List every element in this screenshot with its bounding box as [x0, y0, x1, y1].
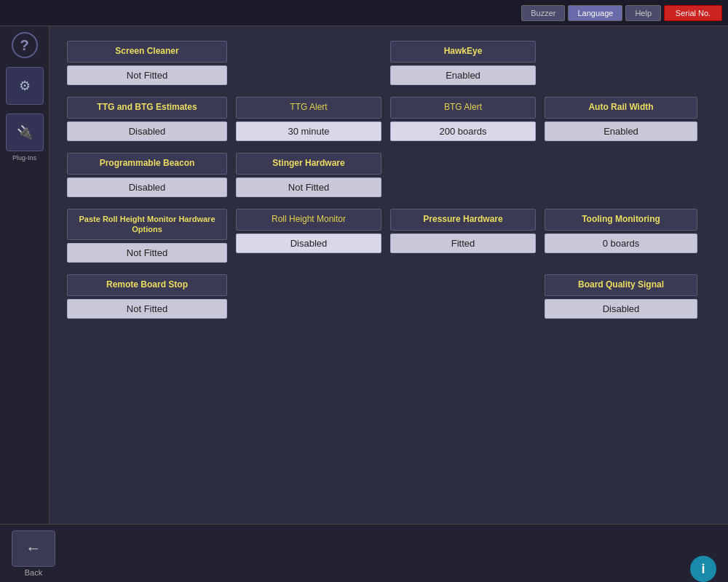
- info-symbol: i: [701, 562, 705, 577]
- ttg-alert-label: TTG Alert: [236, 97, 381, 119]
- options-grid: Screen Cleaner Not Fitted HawkEye Enable…: [67, 41, 711, 319]
- widget-board-quality-signal[interactable]: Board Quality Signal Disabled: [545, 274, 697, 319]
- auto-rail-width-value: Enabled: [545, 121, 697, 141]
- board-quality-signal-label: Board Quality Signal: [545, 274, 697, 296]
- plugins-icon[interactable]: 🔌: [6, 113, 44, 151]
- auto-rail-width-label: Auto Rail Width: [545, 97, 697, 119]
- pressure-hardware-label: Pressure Hardware: [390, 209, 536, 231]
- help-button[interactable]: Help: [625, 5, 661, 21]
- pressure-hardware-value: Fitted: [390, 234, 536, 253]
- widget-hawkeye[interactable]: HawkEye Enabled: [390, 41, 536, 85]
- widget-tooling-monitoring[interactable]: Tooling Monitoring 0 boards: [545, 209, 697, 263]
- paste-roll-value: Not Fitted: [67, 243, 227, 263]
- top-bar: Buzzer Language Help Serial No.: [0, 0, 728, 26]
- stinger-hardware-value: Not Fitted: [236, 178, 381, 197]
- question-icon[interactable]: ?: [12, 32, 38, 58]
- widget-screen-cleaner[interactable]: Screen Cleaner Not Fitted: [67, 41, 227, 85]
- roll-height-monitor-value: Disabled: [236, 234, 381, 253]
- hawkeye-label: HawkEye: [390, 41, 536, 63]
- hawkeye-value: Enabled: [390, 65, 536, 85]
- widget-auto-rail-width[interactable]: Auto Rail Width Enabled: [545, 97, 697, 141]
- screen-cleaner-value: Not Fitted: [67, 65, 227, 85]
- back-section: ← Back: [12, 530, 55, 577]
- tooling-monitoring-value: 0 boards: [545, 234, 697, 253]
- content-area: Screen Cleaner Not Fitted HawkEye Enable…: [50, 26, 728, 524]
- screen: Buzzer Language Help Serial No. ? ⚙ 🔌 Pl…: [0, 0, 728, 582]
- back-label: Back: [25, 568, 42, 577]
- roll-height-monitor-label: Roll Height Monitor: [236, 209, 381, 231]
- stinger-hardware-label: Stinger Hardware: [236, 153, 381, 175]
- settings-icon[interactable]: ⚙: [6, 67, 44, 105]
- widget-programmable-beacon[interactable]: Programmable Beacon Disabled: [67, 153, 227, 197]
- board-quality-signal-value: Disabled: [545, 299, 697, 319]
- ttg-btg-value: Disabled: [67, 121, 227, 141]
- programmable-beacon-value: Disabled: [67, 178, 227, 197]
- widget-remote-board-stop[interactable]: Remote Board Stop Not Fitted: [67, 274, 227, 319]
- serial-label: Serial No.: [676, 9, 711, 17]
- bottom-bar: ← Back i: [0, 524, 728, 582]
- back-button[interactable]: ←: [12, 530, 55, 567]
- serial-button[interactable]: Serial No.: [664, 5, 722, 21]
- language-button[interactable]: Language: [568, 5, 622, 21]
- widget-paste-roll[interactable]: Paste Roll Height Monitor Hardware Optio…: [67, 209, 227, 263]
- buzzer-button[interactable]: Buzzer: [521, 5, 565, 21]
- info-button[interactable]: i: [690, 556, 716, 582]
- widget-btg-alert[interactable]: BTG Alert 200 boards: [390, 97, 536, 141]
- programmable-beacon-label: Programmable Beacon: [67, 153, 227, 175]
- widget-roll-height-monitor[interactable]: Roll Height Monitor Disabled: [236, 209, 381, 263]
- widget-stinger-hardware[interactable]: Stinger Hardware Not Fitted: [236, 153, 381, 197]
- ttg-btg-label: TTG and BTG Estimates: [67, 97, 227, 119]
- plugins-label: Plug-Ins: [12, 154, 36, 162]
- remote-board-stop-label: Remote Board Stop: [67, 274, 227, 296]
- screen-cleaner-label: Screen Cleaner: [67, 41, 227, 63]
- btg-alert-label: BTG Alert: [390, 97, 536, 119]
- ttg-alert-value: 30 minute: [236, 121, 381, 141]
- remote-board-stop-value: Not Fitted: [67, 299, 227, 319]
- btg-alert-value: 200 boards: [390, 121, 536, 141]
- widget-ttg-btg[interactable]: TTG and BTG Estimates Disabled: [67, 97, 227, 141]
- sidebar: ? ⚙ 🔌 Plug-Ins: [0, 26, 50, 524]
- widget-pressure-hardware[interactable]: Pressure Hardware Fitted: [390, 209, 536, 263]
- main-area: ? ⚙ 🔌 Plug-Ins Screen Cleaner Not Fitted…: [0, 26, 728, 524]
- widget-ttg-alert[interactable]: TTG Alert 30 minute: [236, 97, 381, 141]
- tooling-monitoring-label: Tooling Monitoring: [545, 209, 697, 231]
- paste-roll-label: Paste Roll Height Monitor Hardware Optio…: [67, 209, 227, 240]
